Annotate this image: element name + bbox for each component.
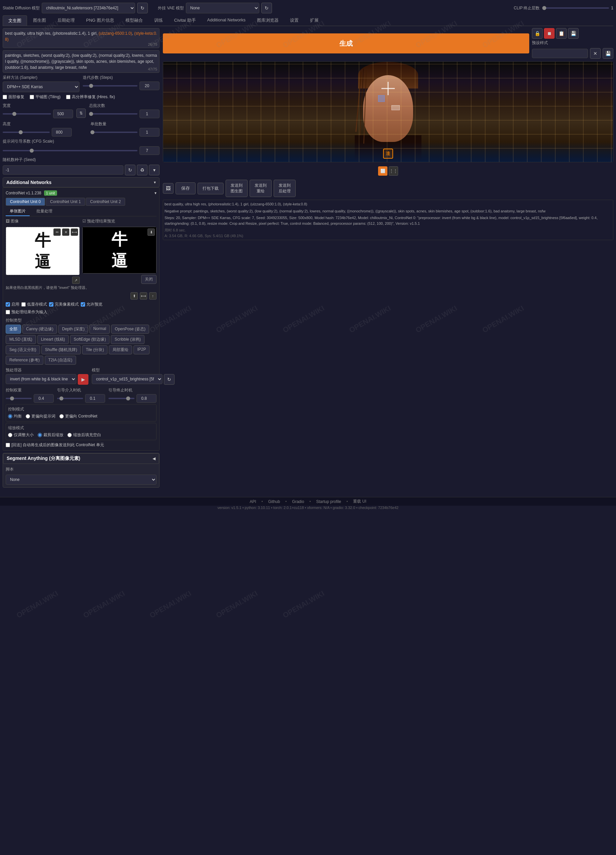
upload-btn-2[interactable]: ⟷ (140, 292, 147, 300)
steps-input[interactable] (139, 81, 159, 90)
batch-size-slider[interactable] (90, 132, 138, 133)
height-input[interactable] (52, 128, 72, 136)
resize-mode-fill[interactable]: 缩放后填充空白 (67, 432, 101, 438)
tiling-checkbox[interactable]: 平铺图 (Tiling) (30, 94, 61, 100)
image-nav-next[interactable]: ⋮⋮ (389, 166, 398, 176)
close-preview-btn[interactable]: 关闭 (141, 275, 156, 284)
vae-refresh-btn[interactable]: ↻ (261, 3, 272, 13)
seed-refresh-btn[interactable]: ↻ (125, 165, 136, 175)
guidance-start-input[interactable] (85, 394, 105, 403)
ctrl-mode-balanced[interactable]: 均衡 (8, 414, 22, 419)
footer-gradio[interactable]: Gradio (292, 499, 304, 504)
image-preview-btn[interactable]: ↗ (72, 277, 80, 284)
model-select[interactable]: chilloutmix_Ni.safetensors [7234b76e42] (42, 3, 135, 13)
preset-clear-btn[interactable]: ✕ (590, 48, 601, 59)
upload-btn-3[interactable]: ↑ (149, 292, 156, 300)
tab-postprocess[interactable]: 后期处理 (52, 15, 80, 26)
preview-download-btn[interactable]: ⬇ (147, 228, 155, 236)
ctrl-type-lineart[interactable]: Lineart (线稿) (37, 335, 69, 344)
seed-recycle-btn[interactable]: ♻ (137, 165, 147, 175)
ctrl-type-openpose[interactable]: OpenPose (姿态) (111, 325, 149, 334)
seed-input[interactable] (3, 165, 124, 175)
footer-github[interactable]: Github (268, 499, 280, 504)
batch-count-slider[interactable] (89, 113, 138, 115)
preprocessor-select[interactable]: invert (from white bg & black line (6, 374, 76, 384)
cn-tab-unit2[interactable]: ControlNet Unit 2 (86, 198, 125, 206)
ctrl-type-seg[interactable]: Seg (语义分割) (6, 345, 40, 354)
cn-auto-send-check[interactable]: [回送] 自动将生成后的图像发送到此 ControlNet 单元 (6, 442, 156, 448)
model-refresh-btn[interactable]: ↻ (137, 3, 148, 13)
batch-count-input[interactable] (139, 110, 159, 118)
clip-slider[interactable] (542, 7, 609, 9)
send-to-post-btn[interactable]: 发送到后处理 (274, 180, 296, 197)
tab-extensions[interactable]: 扩展 (305, 15, 324, 26)
action-icon-lock[interactable]: 🔒 (532, 28, 543, 39)
image-upload-box[interactable]: 牛 逼 ✏ ✕ ⟷ (6, 227, 80, 275)
preprocessor-run-btn[interactable]: ▶ (78, 374, 89, 385)
upload-clear-btn[interactable]: ✕ (62, 228, 69, 236)
tab-pnginfo[interactable]: PNG 图片信息 (81, 15, 119, 26)
tab-txt2img[interactable]: 文生图 (3, 15, 27, 26)
cn-model-select[interactable]: control_v1p_sd15_brightness [5f (92, 374, 162, 384)
action-icon-stop[interactable]: ⏹ (544, 28, 555, 39)
cn-collapse-icon[interactable]: ▾ (154, 191, 156, 195)
image-nav-prev[interactable]: ⬜ (378, 166, 387, 176)
cn-use-as-input-check[interactable]: 预处理结果作为输入 (6, 309, 156, 315)
width-slider[interactable] (3, 113, 51, 115)
footer-startup[interactable]: Startup profile (316, 499, 341, 504)
ctrl-mode-prompt[interactable]: 更偏向提示词 (26, 414, 55, 419)
face-fix-checkbox[interactable]: 面部修复 (3, 94, 24, 100)
cn-low-vram-check[interactable]: 低显存模式 (21, 302, 47, 307)
save-btn[interactable]: 保存 (176, 182, 196, 195)
ctrl-type-inpaint[interactable]: 局部重绘 (109, 345, 132, 354)
batch-size-input[interactable] (139, 128, 159, 136)
tab-train[interactable]: 训练 (149, 15, 168, 26)
cn-allow-preview-check[interactable]: 允许预览 (81, 302, 102, 307)
tab-img2img[interactable]: 图生图 (28, 15, 51, 26)
tab-additional-networks[interactable]: Additional Networks (202, 15, 251, 26)
upload-edit-btn[interactable]: ✏ (53, 228, 61, 236)
ctrl-type-all[interactable]: 全部 (6, 325, 21, 334)
cn-tab-unit1[interactable]: ControlNet Unit 1 (46, 198, 85, 206)
footer-reload[interactable]: 重载 UI (353, 499, 366, 504)
segment-anything-header[interactable]: Segment Anything (分离图像元素) ◀ (3, 453, 159, 464)
tab-civitai[interactable]: Civitai 助手 (169, 15, 201, 26)
tab-gallery[interactable]: 图库浏览器 (252, 15, 284, 26)
control-weight-input[interactable] (34, 394, 54, 403)
negative-prompt-box[interactable]: paintings, sketches, (worst quality:2), … (3, 50, 159, 73)
ctrl-type-scribble[interactable]: Scribble (涂鸦) (111, 335, 145, 344)
batch-tab-single[interactable]: 单张图片 (6, 207, 30, 216)
footer-api[interactable]: API (250, 499, 256, 504)
guidance-start-slider[interactable] (57, 398, 83, 399)
ctrl-type-mlsd[interactable]: MLSD (直线) (6, 335, 36, 344)
sampler-select[interactable]: DPM++ SDE Karras (3, 81, 79, 92)
download-btn[interactable]: 打包下载 (197, 183, 223, 195)
hires-fix-checkbox[interactable]: 高分辨率修复 (Hires. fix) (66, 94, 115, 100)
cn-enable-check[interactable]: 启用 (6, 302, 19, 307)
ctrl-type-depth[interactable]: Depth (深度) (58, 325, 88, 334)
ctrl-type-shuffle[interactable]: Shuffle (随机洗牌) (41, 345, 81, 354)
send-to-gen-btn[interactable]: 发送到图生图 (226, 180, 248, 197)
resize-mode-just[interactable]: 仅调整大小 (8, 432, 34, 438)
tab-merge[interactable]: 模型融合 (120, 15, 148, 26)
height-slider[interactable] (3, 132, 50, 133)
width-input[interactable] (53, 110, 73, 118)
send-to-redraw-btn[interactable]: 发送到重绘 (250, 180, 272, 197)
ctrl-type-canny[interactable]: Canny (硬边缘) (22, 325, 57, 334)
steps-slider[interactable] (83, 85, 138, 86)
guidance-end-slider[interactable] (109, 398, 135, 399)
script-select[interactable]: None (6, 475, 156, 484)
guidance-end-input[interactable] (136, 394, 156, 403)
tab-settings[interactable]: 设置 (285, 15, 304, 26)
batch-tab-batch[interactable]: 批量处理 (32, 207, 57, 216)
cfg-slider[interactable] (3, 150, 138, 151)
ctrl-type-reference[interactable]: Reference (参考) (6, 356, 43, 365)
resize-mode-crop[interactable]: 裁剪后缩放 (38, 432, 63, 438)
control-weight-slider[interactable] (6, 398, 32, 399)
positive-prompt-box[interactable]: best quality, ultra high res, (photoreal… (3, 28, 159, 48)
cn-perfect-pixel-check[interactable]: 完美像素模式 (49, 302, 79, 307)
additional-networks-header[interactable]: Additional Networks ▾ (3, 177, 159, 187)
ctrl-type-normal[interactable]: Normal (89, 325, 110, 334)
preset-save-btn[interactable]: 💾 (603, 48, 613, 59)
swap-dims-btn[interactable]: ⇅ (76, 109, 86, 118)
